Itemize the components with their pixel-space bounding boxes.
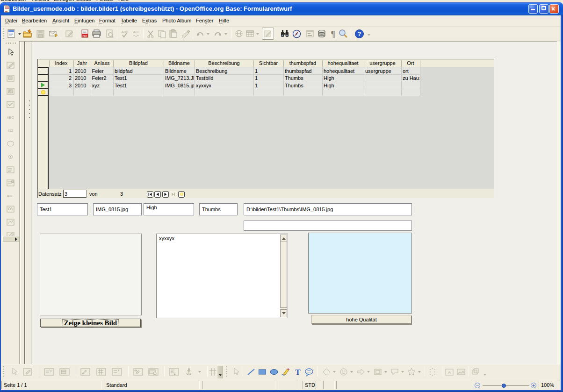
svg-text:ABC: ABC: [7, 116, 14, 119]
svg-text:#12: #12: [7, 129, 13, 132]
svg-text:?: ?: [358, 30, 361, 37]
svg-text:¶: ¶: [331, 29, 335, 39]
svg-text:T: T: [295, 368, 301, 377]
svg-text:ABC: ABC: [122, 30, 128, 34]
svg-text:PDF: PDF: [83, 35, 87, 37]
svg-text:A: A: [448, 370, 451, 375]
svg-text:ABC: ABC: [7, 194, 14, 198]
svg-text:ABC: ABC: [133, 30, 140, 34]
